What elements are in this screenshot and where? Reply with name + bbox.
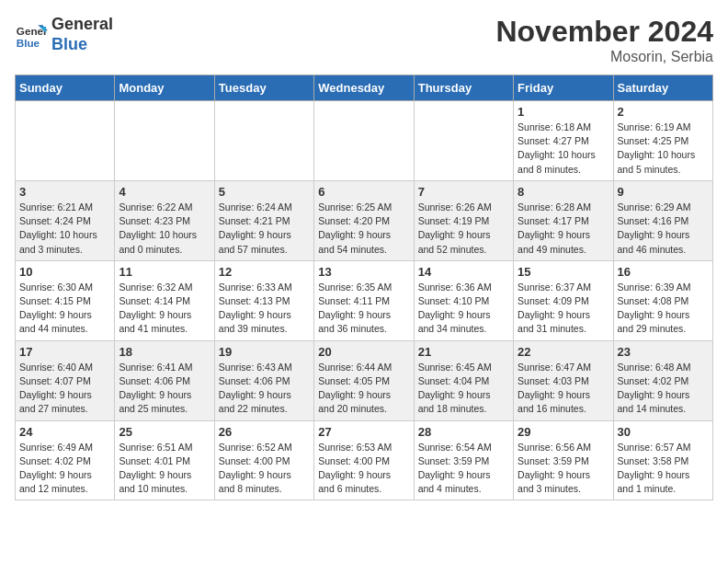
day-number: 18 [119,345,210,359]
weekday-header-cell: Monday [115,75,214,101]
day-number: 23 [618,345,709,359]
day-number: 26 [219,425,310,439]
calendar-day-cell: 22Sunrise: 6:47 AM Sunset: 4:03 PM Dayli… [514,340,613,420]
calendar-day-cell [214,101,313,181]
day-info: Sunrise: 6:54 AM Sunset: 3:59 PM Dayligh… [418,441,509,497]
calendar-day-cell: 5Sunrise: 6:24 AM Sunset: 4:21 PM Daylig… [214,180,313,260]
calendar-week-row: 17Sunrise: 6:40 AM Sunset: 4:07 PM Dayli… [16,340,713,420]
day-info: Sunrise: 6:57 AM Sunset: 3:58 PM Dayligh… [618,441,709,497]
weekday-header-cell: Saturday [613,75,712,101]
svg-text:Blue: Blue [17,36,40,48]
day-number: 4 [119,185,210,199]
day-info: Sunrise: 6:49 AM Sunset: 4:02 PM Dayligh… [19,441,110,497]
calendar-day-cell: 29Sunrise: 6:56 AM Sunset: 3:59 PM Dayli… [514,420,613,500]
day-info: Sunrise: 6:51 AM Sunset: 4:01 PM Dayligh… [119,441,210,497]
day-info: Sunrise: 6:28 AM Sunset: 4:17 PM Dayligh… [518,201,609,257]
day-number: 20 [318,345,409,359]
day-number: 5 [219,185,310,199]
calendar-day-cell: 15Sunrise: 6:37 AM Sunset: 4:09 PM Dayli… [514,260,613,340]
calendar-week-row: 3Sunrise: 6:21 AM Sunset: 4:24 PM Daylig… [16,180,713,260]
calendar-day-cell: 13Sunrise: 6:35 AM Sunset: 4:11 PM Dayli… [314,260,414,340]
calendar-day-cell: 12Sunrise: 6:33 AM Sunset: 4:13 PM Dayli… [214,260,313,340]
day-info: Sunrise: 6:18 AM Sunset: 4:27 PM Dayligh… [518,121,609,177]
calendar-day-cell: 11Sunrise: 6:32 AM Sunset: 4:14 PM Dayli… [115,260,214,340]
calendar-day-cell: 17Sunrise: 6:40 AM Sunset: 4:07 PM Dayli… [16,340,115,420]
day-number: 27 [318,425,409,439]
calendar-table: SundayMondayTuesdayWednesdayThursdayFrid… [15,75,713,500]
day-number: 2 [618,105,709,119]
day-number: 24 [19,425,110,439]
calendar-day-cell: 6Sunrise: 6:25 AM Sunset: 4:20 PM Daylig… [314,180,414,260]
calendar-day-cell: 26Sunrise: 6:52 AM Sunset: 4:00 PM Dayli… [214,420,313,500]
weekday-header-cell: Sunday [16,75,115,101]
calendar-day-cell: 16Sunrise: 6:39 AM Sunset: 4:08 PM Dayli… [613,260,712,340]
logo-icon: General Blue [15,18,48,52]
calendar-week-row: 10Sunrise: 6:30 AM Sunset: 4:15 PM Dayli… [16,260,713,340]
day-number: 14 [418,265,509,279]
day-info: Sunrise: 6:45 AM Sunset: 4:04 PM Dayligh… [418,361,509,417]
title-block: November 2024 Mosorin, Serbia [495,15,713,65]
day-number: 25 [119,425,210,439]
calendar-day-cell: 9Sunrise: 6:29 AM Sunset: 4:16 PM Daylig… [613,180,712,260]
day-info: Sunrise: 6:24 AM Sunset: 4:21 PM Dayligh… [219,201,310,257]
day-number: 29 [518,425,609,439]
calendar-day-cell: 2Sunrise: 6:19 AM Sunset: 4:25 PM Daylig… [613,101,712,181]
logo: General Blue General Blue [15,15,113,54]
calendar-day-cell: 3Sunrise: 6:21 AM Sunset: 4:24 PM Daylig… [16,180,115,260]
month-year: November 2024 [495,15,713,49]
calendar-week-row: 1Sunrise: 6:18 AM Sunset: 4:27 PM Daylig… [16,101,713,181]
weekday-header-cell: Thursday [414,75,513,101]
day-info: Sunrise: 6:47 AM Sunset: 4:03 PM Dayligh… [518,361,609,417]
day-info: Sunrise: 6:30 AM Sunset: 4:15 PM Dayligh… [19,281,110,337]
calendar-day-cell: 30Sunrise: 6:57 AM Sunset: 3:58 PM Dayli… [613,420,712,500]
calendar-day-cell: 27Sunrise: 6:53 AM Sunset: 4:00 PM Dayli… [314,420,414,500]
day-number: 3 [19,185,110,199]
day-info: Sunrise: 6:40 AM Sunset: 4:07 PM Dayligh… [19,361,110,417]
day-number: 1 [518,105,609,119]
day-number: 22 [518,345,609,359]
day-info: Sunrise: 6:56 AM Sunset: 3:59 PM Dayligh… [518,441,609,497]
day-number: 19 [219,345,310,359]
weekday-header-cell: Tuesday [214,75,313,101]
calendar-day-cell: 20Sunrise: 6:44 AM Sunset: 4:05 PM Dayli… [314,340,414,420]
day-info: Sunrise: 6:21 AM Sunset: 4:24 PM Dayligh… [19,201,110,257]
day-info: Sunrise: 6:53 AM Sunset: 4:00 PM Dayligh… [318,441,409,497]
calendar-week-row: 24Sunrise: 6:49 AM Sunset: 4:02 PM Dayli… [16,420,713,500]
day-number: 7 [418,185,509,199]
weekday-header-cell: Wednesday [314,75,414,101]
day-number: 9 [618,185,709,199]
weekday-header-cell: Friday [514,75,613,101]
day-number: 13 [318,265,409,279]
day-info: Sunrise: 6:39 AM Sunset: 4:08 PM Dayligh… [618,281,709,337]
calendar-day-cell: 23Sunrise: 6:48 AM Sunset: 4:02 PM Dayli… [613,340,712,420]
day-number: 28 [418,425,509,439]
calendar-day-cell [16,101,115,181]
day-number: 10 [19,265,110,279]
calendar-day-cell: 14Sunrise: 6:36 AM Sunset: 4:10 PM Dayli… [414,260,513,340]
day-info: Sunrise: 6:19 AM Sunset: 4:25 PM Dayligh… [618,121,709,177]
calendar-day-cell: 28Sunrise: 6:54 AM Sunset: 3:59 PM Dayli… [414,420,513,500]
calendar-day-cell: 4Sunrise: 6:22 AM Sunset: 4:23 PM Daylig… [115,180,214,260]
calendar-day-cell [414,101,513,181]
calendar-day-cell [115,101,214,181]
calendar-day-cell: 7Sunrise: 6:26 AM Sunset: 4:19 PM Daylig… [414,180,513,260]
day-info: Sunrise: 6:22 AM Sunset: 4:23 PM Dayligh… [119,201,210,257]
day-info: Sunrise: 6:25 AM Sunset: 4:20 PM Dayligh… [318,201,409,257]
day-info: Sunrise: 6:43 AM Sunset: 4:06 PM Dayligh… [219,361,310,417]
calendar-day-cell: 1Sunrise: 6:18 AM Sunset: 4:27 PM Daylig… [514,101,613,181]
calendar-day-cell: 10Sunrise: 6:30 AM Sunset: 4:15 PM Dayli… [16,260,115,340]
day-number: 6 [318,185,409,199]
calendar-day-cell: 8Sunrise: 6:28 AM Sunset: 4:17 PM Daylig… [514,180,613,260]
day-number: 21 [418,345,509,359]
calendar-day-cell: 25Sunrise: 6:51 AM Sunset: 4:01 PM Dayli… [115,420,214,500]
day-info: Sunrise: 6:37 AM Sunset: 4:09 PM Dayligh… [518,281,609,337]
calendar-day-cell: 19Sunrise: 6:43 AM Sunset: 4:06 PM Dayli… [214,340,313,420]
calendar-day-cell: 24Sunrise: 6:49 AM Sunset: 4:02 PM Dayli… [16,420,115,500]
day-info: Sunrise: 6:52 AM Sunset: 4:00 PM Dayligh… [219,441,310,497]
day-info: Sunrise: 6:36 AM Sunset: 4:10 PM Dayligh… [418,281,509,337]
day-info: Sunrise: 6:26 AM Sunset: 4:19 PM Dayligh… [418,201,509,257]
day-number: 15 [518,265,609,279]
calendar-day-cell: 18Sunrise: 6:41 AM Sunset: 4:06 PM Dayli… [115,340,214,420]
calendar-day-cell [314,101,414,181]
weekday-header-row: SundayMondayTuesdayWednesdayThursdayFrid… [16,75,713,101]
